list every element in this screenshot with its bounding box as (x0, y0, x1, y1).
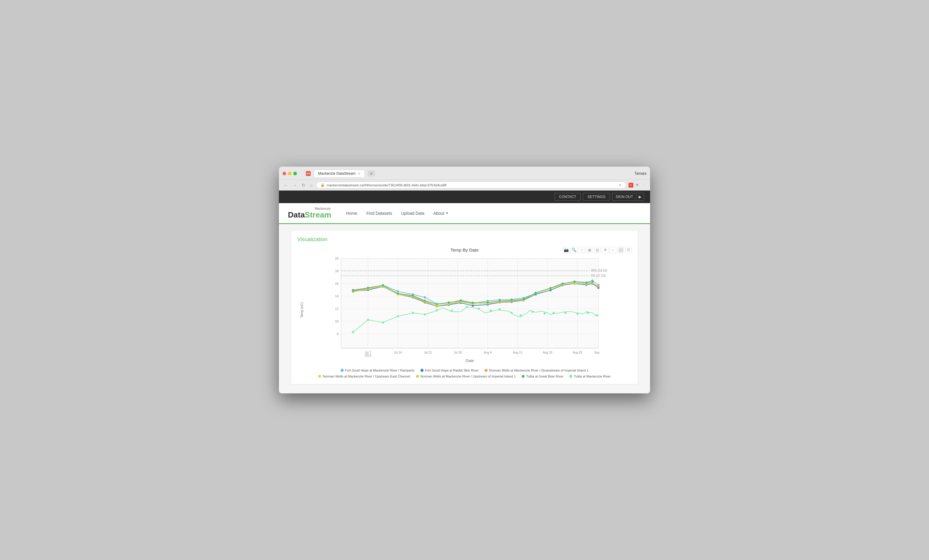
back-button[interactable]: ← (282, 182, 289, 188)
nav-find-datasets[interactable]: Find Datasets (366, 211, 392, 216)
legend-color-dot (416, 375, 419, 378)
legend-item: Norman Wells at Mackenzie River / Downst… (484, 369, 589, 372)
svg-text:Aug 18: Aug 18 (543, 351, 552, 354)
legend-item: Norman Wells at Mackenzie River / Upstre… (416, 375, 516, 378)
reset-tool-button[interactable]: ⌂ (610, 247, 616, 253)
add-tool-button[interactable]: + (578, 247, 585, 253)
nav-about-chevron: ▼ (446, 211, 449, 215)
svg-point-154 (520, 314, 522, 317)
new-tab-button[interactable]: + (368, 170, 375, 176)
svg-point-123 (382, 285, 384, 286)
browser-titlebar: DS Mackenzie DataStream ✕ + Tamara (279, 167, 650, 180)
chart-tools: 📷 🔍 + ▣ ▤ ✥ ⌂ ⬜ ☰ (563, 247, 632, 253)
svg-text:20: 20 (335, 257, 339, 260)
legend-color-dot (318, 375, 321, 378)
contact-button[interactable]: CONTACT (555, 193, 581, 201)
maximize-button[interactable] (293, 172, 297, 175)
page-content: Visualization Temp By Date 📷 🔍 + ▣ ▤ ✥ ⌂… (279, 224, 650, 393)
svg-point-134 (523, 298, 525, 300)
chart-header: Temp By Date 📷 🔍 + ▣ ▤ ✥ ⌂ ⬜ ☰ (297, 247, 632, 252)
legend-color-dot (484, 369, 487, 372)
reload-button[interactable]: ↻ (300, 182, 307, 188)
svg-point-137 (561, 283, 564, 285)
legend-label: Norman Wells at Mackenzie River / Upstre… (323, 375, 410, 378)
tab-title: Mackenzie DataStream (318, 171, 356, 176)
signout-button[interactable]: SIGN OUT (612, 193, 636, 201)
svg-text:Jul 14: Jul 14 (394, 351, 402, 354)
favicon: DS (306, 171, 311, 176)
legend-item: Fort Good Hope at Mackenzie River / Ramp… (340, 369, 414, 372)
forward-button[interactable]: → (291, 182, 298, 188)
chart-legend: Fort Good Hope at Mackenzie River / Ramp… (297, 369, 632, 378)
svg-point-133 (510, 300, 513, 301)
browser-toolbar-icons: D ⚒ ⋮ (629, 182, 647, 188)
svg-point-121 (352, 290, 354, 292)
svg-point-158 (564, 312, 567, 314)
chart-area[interactable]: 20 18 16 14 12 10 8 Jul 7 2013 Jul 14 Ju… (308, 256, 632, 364)
svg-point-156 (544, 313, 546, 315)
svg-point-126 (424, 300, 426, 302)
camera-tool-button[interactable]: 📷 (563, 247, 570, 253)
svg-text:95% (18.03): 95% (18.03) (591, 269, 607, 272)
address-bar[interactable]: 🔒 mackenziedatastream.ca/#/themes/sonde/… (316, 182, 626, 188)
svg-point-150 (478, 308, 480, 310)
expand-tool-button[interactable]: ✥ (602, 247, 609, 253)
home-button[interactable]: ⌂ (309, 182, 314, 188)
legend-color-dot (569, 375, 572, 378)
nav-upload-data[interactable]: Upload Data (401, 211, 425, 216)
svg-point-152 (498, 308, 501, 311)
legend-item: Tulita at Great Bear River (522, 375, 563, 378)
svg-text:Jul 21: Jul 21 (424, 351, 432, 354)
svg-point-127 (436, 303, 438, 305)
logo-mackenzie-text: Mackenzie (288, 207, 331, 210)
browser-user: Tamara (635, 171, 647, 176)
zoom-tool-button[interactable]: 🔍 (571, 247, 577, 253)
svg-point-136 (549, 287, 552, 289)
minimize-button[interactable] (288, 172, 291, 175)
tab-close-icon[interactable]: ✕ (358, 172, 360, 175)
legend-label: Norman Wells at Mackenzie River / Downst… (489, 369, 589, 372)
svg-point-161 (596, 314, 598, 317)
signout-dropdown-button[interactable]: ▶ (636, 193, 644, 201)
chart-svg: 20 18 16 14 12 10 8 Jul 7 2013 Jul 14 Ju… (308, 256, 632, 363)
pan-tool-button[interactable]: ⬜ (618, 247, 624, 253)
nav-about[interactable]: About ▼ (433, 211, 449, 216)
box-select-tool-button[interactable]: ▣ (586, 247, 593, 253)
legend-color-dot (522, 375, 525, 378)
svg-point-160 (587, 312, 589, 314)
app-header: CONTACT SETTINGS SIGN OUT ▶ (279, 191, 650, 203)
settings-button[interactable]: SETTINGS (583, 193, 610, 201)
svg-point-129 (460, 300, 462, 301)
svg-point-41 (397, 291, 399, 292)
svg-point-122 (367, 287, 369, 289)
extensions-icon[interactable]: D (629, 183, 633, 188)
svg-point-132 (498, 300, 501, 302)
bookmark-icon[interactable]: ⚒ (635, 182, 640, 188)
legend-item: Tulita at Mackenzie River (569, 375, 610, 378)
address-icons: ★ (619, 183, 622, 187)
legend-label: Tulita at Mackenzie River (574, 375, 610, 378)
legend-item: Fort Good Hope at Rabbit Skin River (420, 369, 478, 372)
legend-color-dot (420, 369, 423, 372)
browser-tab[interactable]: Mackenzie DataStream ✕ (314, 170, 365, 177)
menu-tool-button[interactable]: ☰ (625, 247, 632, 253)
close-button[interactable] (282, 172, 286, 175)
svg-text:18: 18 (335, 269, 339, 273)
logo-data-text: Data (288, 210, 305, 219)
legend-label: Fort Good Hope at Rabbit Skin River (425, 369, 478, 372)
menu-icon[interactable]: ⋮ (641, 182, 647, 188)
y-axis-label: Temp (oC) (297, 256, 306, 364)
svg-text:Date: Date (466, 358, 474, 363)
svg-text:2013: 2013 (365, 354, 371, 357)
svg-text:Sep: Sep (595, 351, 600, 354)
svg-text:8: 8 (337, 332, 339, 336)
svg-point-107 (436, 305, 438, 307)
svg-point-159 (576, 313, 578, 315)
svg-point-148 (451, 310, 453, 312)
lasso-tool-button[interactable]: ▤ (594, 247, 601, 253)
svg-point-124 (397, 292, 399, 295)
svg-text:5% (17.23): 5% (17.23) (591, 274, 606, 277)
svg-text:Aug 25: Aug 25 (573, 351, 583, 354)
nav-home[interactable]: Home (346, 211, 357, 216)
svg-point-140 (592, 281, 593, 283)
